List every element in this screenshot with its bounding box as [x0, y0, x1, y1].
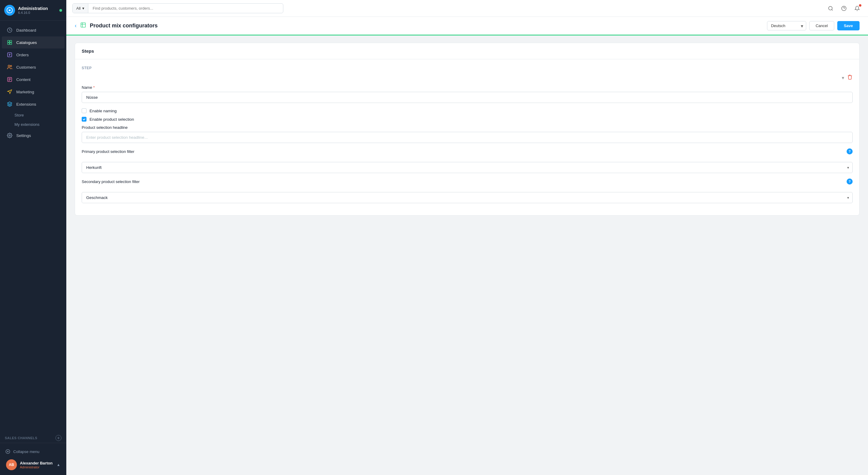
- sidebar-item-settings[interactable]: Settings: [2, 129, 64, 141]
- language-select[interactable]: Deutsch English Français: [767, 21, 806, 30]
- back-button[interactable]: ‹: [75, 23, 76, 29]
- sidebar-item-my-extensions[interactable]: My extensions: [0, 120, 66, 129]
- customers-icon: [7, 64, 13, 70]
- user-name: Alexander Barton: [20, 461, 53, 465]
- sidebar-item-label: Content: [16, 77, 30, 82]
- secondary-filter-group: Secondary product selection filter ? Ges…: [82, 178, 852, 203]
- step-section-label: Step: [82, 66, 852, 70]
- search-scope-selector[interactable]: All ▾: [73, 4, 88, 13]
- sidebar-footer: Collapse menu AB Alexander Barton Admini…: [0, 443, 66, 475]
- sidebar-settings-label: Settings: [16, 133, 31, 138]
- primary-filter-select-wrapper: Herkunft Geschmack Größe: [82, 162, 852, 173]
- avatar: AB: [6, 460, 17, 470]
- primary-filter-group: Primary product selection filter ? Herku…: [82, 148, 852, 173]
- settings-icon: [7, 132, 13, 138]
- scope-chevron-icon: ▾: [82, 6, 84, 10]
- language-select-wrapper: Deutsch English Français: [767, 21, 806, 30]
- step-controls: ▾: [82, 74, 852, 81]
- content-area: Steps Step ▾ Name *: [66, 36, 868, 475]
- enable-product-selection-label[interactable]: Enable product selection: [90, 117, 134, 122]
- sidebar-item-marketing[interactable]: Marketing: [2, 86, 64, 98]
- notification-badge: [859, 4, 861, 7]
- secondary-filter-label: Secondary product selection filter: [82, 179, 140, 184]
- sidebar-item-content[interactable]: Content: [2, 73, 64, 86]
- extensions-icon: [7, 101, 13, 107]
- name-field-label: Name *: [82, 85, 852, 90]
- user-role: Administrator: [20, 465, 53, 469]
- help-icon[interactable]: [839, 4, 849, 13]
- orders-icon: [7, 52, 13, 58]
- primary-filter-label: Primary product selection filter: [82, 149, 134, 154]
- sales-channels-section: Sales Channels +: [0, 431, 66, 443]
- product-selection-headline-input[interactable]: [82, 132, 852, 143]
- enable-naming-row: Enable naming: [82, 108, 852, 113]
- svg-rect-2: [7, 40, 9, 42]
- user-menu-chevron-icon: ▲: [57, 463, 60, 467]
- user-profile[interactable]: AB Alexander Barton Administrator ▲: [4, 456, 63, 471]
- sidebar-item-customers[interactable]: Customers: [2, 61, 64, 73]
- save-button[interactable]: Save: [837, 21, 860, 30]
- primary-filter-select[interactable]: Herkunft Geschmack Größe: [82, 162, 852, 173]
- sidebar-nav: Dashboard Catalogues Orders Customers Co…: [0, 21, 66, 431]
- svg-point-10: [9, 135, 10, 136]
- steps-card-header: Steps: [75, 43, 859, 59]
- delete-step-button[interactable]: [847, 74, 852, 81]
- page-title: Product mix configurators: [90, 23, 158, 29]
- sidebar-item-label: Dashboard: [16, 28, 36, 33]
- sidebar-item-label: Marketing: [16, 90, 34, 94]
- enable-naming-checkbox[interactable]: [82, 108, 87, 113]
- product-selection-headline-group: Product selection headline: [82, 125, 852, 143]
- name-input[interactable]: [82, 92, 852, 103]
- content-icon: [7, 76, 13, 82]
- svg-point-7: [8, 65, 10, 67]
- sidebar-item-catalogues[interactable]: Catalogues: [2, 36, 64, 48]
- enable-product-selection-row: Enable product selection: [82, 117, 852, 122]
- sidebar-header: Administration 6.4.16.0: [0, 0, 66, 21]
- marketing-icon: [7, 89, 13, 95]
- online-indicator: [59, 9, 62, 12]
- page-icon: [80, 22, 86, 30]
- sidebar-item-label: Customers: [16, 65, 36, 70]
- product-selection-headline-label: Product selection headline: [82, 125, 852, 130]
- name-field-group: Name *: [82, 85, 852, 103]
- sidebar-item-extensions[interactable]: Extensions: [2, 98, 64, 110]
- enable-product-selection-checkbox[interactable]: [82, 117, 87, 122]
- collapse-icon: [5, 449, 10, 454]
- topbar: All ▾: [66, 0, 868, 17]
- app-name: Administration: [18, 6, 48, 11]
- app-version: 6.4.16.0: [18, 11, 48, 14]
- sidebar-item-dashboard[interactable]: Dashboard: [2, 24, 64, 36]
- search-input[interactable]: [88, 4, 283, 13]
- search-icon[interactable]: [826, 4, 835, 13]
- notifications-icon[interactable]: [852, 4, 862, 13]
- search-bar: All ▾: [72, 3, 283, 13]
- app-logo: [4, 5, 15, 15]
- svg-rect-4: [7, 43, 9, 44]
- steps-card: Steps Step ▾ Name *: [75, 43, 860, 215]
- enable-naming-label[interactable]: Enable naming: [90, 109, 117, 113]
- svg-point-8: [10, 65, 12, 67]
- catalogues-icon: [7, 39, 13, 45]
- sidebar-item-store[interactable]: Store: [0, 110, 66, 120]
- primary-filter-help-icon[interactable]: ?: [846, 148, 852, 155]
- main-content: All ▾ ‹ Product mix configurators: [66, 0, 868, 475]
- cancel-button[interactable]: Cancel: [809, 21, 834, 30]
- page-header: ‹ Product mix configurators Deutsch Engl…: [66, 17, 868, 36]
- add-sales-channel-button[interactable]: +: [56, 435, 61, 441]
- collapse-step-button[interactable]: ▾: [842, 75, 844, 81]
- sidebar-item-label: Extensions: [16, 102, 36, 107]
- topbar-icons: [826, 4, 862, 13]
- secondary-filter-select-wrapper: Geschmack Herkunft Größe: [82, 192, 852, 203]
- collapse-menu-button[interactable]: Collapse menu: [4, 447, 63, 456]
- secondary-filter-select[interactable]: Geschmack Herkunft Größe: [82, 192, 852, 203]
- dashboard-icon: [7, 27, 13, 33]
- sidebar-item-label: Catalogues: [16, 40, 37, 45]
- steps-card-body: Step ▾ Name *: [75, 59, 859, 215]
- secondary-filter-help-icon[interactable]: ?: [846, 178, 852, 184]
- svg-rect-5: [10, 43, 12, 44]
- svg-rect-3: [10, 40, 12, 42]
- sidebar-item-orders[interactable]: Orders: [2, 49, 64, 61]
- sidebar-item-label: Orders: [16, 53, 29, 57]
- svg-point-12: [829, 6, 832, 10]
- sidebar: Administration 6.4.16.0 Dashboard Catalo…: [0, 0, 66, 475]
